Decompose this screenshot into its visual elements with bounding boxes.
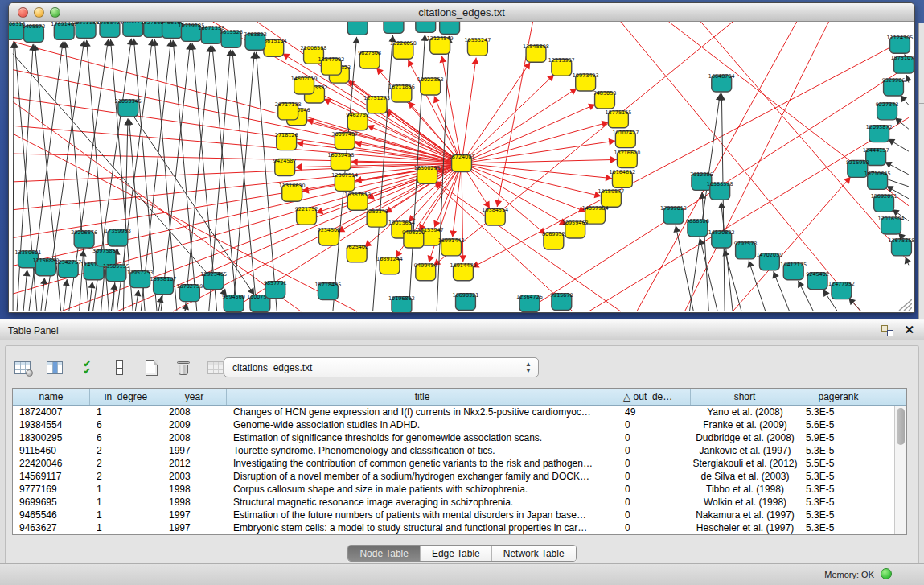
table-cell[interactable]: 0	[618, 483, 691, 496]
graph-node-yellow-7252348[interactable]: 7252348	[365, 208, 388, 227]
table-cell[interactable]: Estimation of significance thresholds fo…	[227, 431, 618, 444]
graph-node-yellow-18724007[interactable]: 18724007	[449, 154, 475, 172]
table-cell[interactable]: 5.3E-5	[799, 521, 877, 534]
graph-node-teal-14702039[interactable]: 14702039	[756, 252, 782, 270]
table-cell[interactable]: Tourette syndrome. Phenomenology and cla…	[227, 444, 618, 457]
table-cell[interactable]: Genome-wide association studies in ADHD.	[227, 418, 618, 431]
citation-graph[interactable]: 1872400710553247121245491522605898275088…	[9, 22, 914, 312]
table-cell[interactable]: 1	[90, 521, 162, 534]
table-body[interactable]: 1872400712008Changes of HCN gene express…	[13, 406, 893, 534]
tab-network-table[interactable]: Network Table	[492, 546, 576, 561]
table-cell[interactable]: Tibbo et al. (1998)	[691, 483, 799, 496]
graph-node-yellow-16914479[interactable]: 16914479	[450, 262, 477, 281]
graph-node-yellow-13216620[interactable]: 13216620	[614, 150, 640, 168]
table-cell[interactable]: 5.3E-5	[799, 444, 877, 457]
graph-node-yellow-10553247[interactable]: 10553247	[464, 37, 491, 56]
graph-node-teal-9245402[interactable]: 9245402	[806, 271, 829, 290]
table-cell[interactable]: 2008	[162, 431, 227, 444]
graph-node-yellow-15226058[interactable]: 15226058	[390, 40, 417, 59]
graph-node-teal-11675358[interactable]: 11675358	[889, 237, 914, 256]
table-cell[interactable]: Stergiakouli et al. (2012)	[691, 457, 799, 470]
graph-node-yellow-18775165[interactable]: 18775165	[605, 109, 631, 128]
table-cell[interactable]: Structural magnetic resonance image aver…	[227, 496, 618, 509]
graph-node-yellow-12213987[interactable]: 12213987	[548, 57, 575, 76]
table-cell[interactable]: 2009	[162, 418, 227, 431]
table-cell[interactable]: Investigating the contribution of common…	[227, 457, 618, 470]
table-cell[interactable]: 0	[618, 431, 691, 444]
table-cell[interactable]: 1997	[162, 444, 227, 457]
graph-node-teal-12923465[interactable]: 12923465	[200, 271, 227, 290]
graph-node-teal-10588598[interactable]: 10588598	[707, 181, 733, 200]
graph-node-teal-16648784[interactable]: 16648784	[708, 73, 735, 92]
table-cell[interactable]: Corpus callosum shape and size in male p…	[227, 483, 618, 496]
table-row[interactable]: 977716911998Corpus callosum shape and si…	[13, 483, 893, 496]
table-cell[interactable]: Franke et al. (2009)	[691, 418, 799, 431]
column-header-out-degree-sorted[interactable]: △ out_de…	[618, 389, 691, 405]
table-row[interactable]: 2242004622012Investigating the contribut…	[13, 457, 893, 470]
graph-node-teal-10853317[interactable]: 10853317	[413, 22, 439, 32]
graph-node-teal-11124305[interactable]: 11124305	[887, 35, 914, 53]
table-cell[interactable]: 1	[90, 483, 162, 496]
table-cell[interactable]: 1998	[162, 496, 227, 509]
graph-node-teal-9329966[interactable]: 9329966	[882, 77, 906, 96]
graph-node-yellow-26717138[interactable]: 26717138	[275, 101, 302, 120]
table-row[interactable]: 1872400712008Changes of HCN gene express…	[13, 406, 893, 418]
table-cell[interactable]: 0	[618, 521, 691, 534]
graph-node-teal-15692071[interactable]: 15692071	[871, 193, 897, 212]
graph-node-teal-12342757[interactable]: 12342757	[55, 259, 81, 278]
table-cell[interactable]: 5.9E-5	[799, 431, 877, 444]
scrollbar-thumb[interactable]	[897, 408, 905, 445]
graph-node-yellow-10891244[interactable]: 10891244	[376, 256, 403, 274]
table-cell[interactable]: Jankovic et al. (1997)	[691, 444, 799, 457]
table-settings-button[interactable]	[12, 357, 33, 378]
table-cell[interactable]: Estimation of the future numbers of pati…	[227, 509, 618, 521]
column-header-title[interactable]: title	[227, 389, 618, 405]
show-column-button[interactable]	[44, 357, 65, 378]
graph-node-yellow-12367514[interactable]: 12367514	[331, 172, 358, 191]
table-cell[interactable]: 5.3E-5	[799, 470, 877, 483]
graph-node-teal-18698321[interactable]: 18698321	[453, 292, 479, 311]
graph-node-teal-19412175[interactable]: 19412175	[780, 262, 807, 280]
table-cell[interactable]: 0	[618, 418, 691, 431]
table-cell[interactable]: 0	[618, 457, 691, 470]
graph-node-teal-9857791[interactable]: 9857791	[264, 280, 287, 299]
graph-node-teal-9694560[interactable]: 9694560	[222, 294, 245, 312]
table-cell[interactable]: Changes of HCN gene expression and I(f) …	[227, 406, 618, 418]
graph-node-teal-12364726[interactable]: 12364726	[516, 294, 543, 312]
table-cell[interactable]: Yano et al. (2008)	[691, 406, 799, 418]
graph-node-yellow-9498222[interactable]: 9498222	[402, 229, 425, 248]
graph-node-teal-19965371[interactable]: 19965371	[380, 22, 407, 33]
table-cell[interactable]: 5.6E-5	[799, 418, 877, 431]
table-cell[interactable]: Wolkin et al. (1998)	[691, 496, 799, 509]
table-scrollbar[interactable]	[894, 406, 906, 534]
graph-node-yellow-19159577[interactable]: 19159577	[598, 188, 625, 207]
table-cell[interactable]: 1	[90, 496, 162, 509]
table-cell[interactable]: 0	[618, 470, 691, 483]
graph-node-teal-9227343[interactable]: 9227343	[876, 101, 899, 120]
table-cell[interactable]: 5.3E-5	[799, 483, 877, 496]
graph-node-yellow-10959462[interactable]: 10959462	[562, 220, 589, 238]
table-cell[interactable]: 2	[90, 457, 162, 470]
table-cell[interactable]: 1	[90, 509, 162, 521]
graph-node-teal-20211136[interactable]: 20211136	[72, 22, 99, 38]
graph-node-teal-16959574[interactable]: 16959574	[344, 22, 371, 35]
graph-node-yellow-9499484[interactable]: 9499484	[414, 262, 437, 281]
column-header-name[interactable]: name	[13, 389, 90, 405]
graph-node-yellow-12124549[interactable]: 12124549	[427, 35, 454, 54]
graph-node-teal-9792578[interactable]: 9792578	[734, 241, 758, 259]
network-window-titlebar[interactable]: citations_edges.txt	[9, 3, 914, 22]
graph-node-teal-9405572[interactable]: 9405572	[23, 23, 46, 42]
graph-node-teal-21053346[interactable]: 21053346	[115, 98, 142, 117]
table-cell[interactable]: 19384554	[13, 418, 90, 431]
network-view-window[interactable]: citations_edges.txt 18724007105532471212…	[8, 2, 915, 313]
column-header-pagerank[interactable]: pagerank	[799, 389, 877, 405]
graph-node-yellow-7483053[interactable]: 7483053	[593, 90, 617, 109]
memory-ok-indicator[interactable]	[881, 568, 892, 579]
graph-node-yellow-9827508[interactable]: 9827508	[358, 50, 381, 68]
graph-node-yellow-18039498[interactable]: 18039498	[327, 152, 354, 171]
table-cell[interactable]: 2008	[162, 406, 227, 418]
table-cell[interactable]: 9699695	[13, 496, 90, 509]
table-cell[interactable]: 5.3E-5	[799, 496, 877, 509]
table-cell[interactable]: 2	[90, 470, 162, 483]
float-panel-icon[interactable]	[881, 325, 893, 336]
